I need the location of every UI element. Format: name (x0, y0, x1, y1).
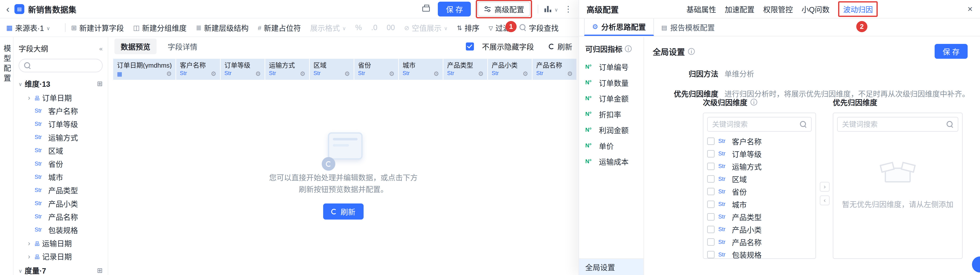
priority-search-input[interactable] (842, 121, 943, 129)
checkbox[interactable] (707, 150, 714, 157)
add-field-icon[interactable] (97, 80, 103, 87)
metric-item[interactable]: N° 订单数量 (579, 75, 643, 91)
gear-icon[interactable] (433, 70, 439, 77)
dimension-group-row[interactable]: 维度·13 (19, 76, 103, 91)
field-tree-item[interactable]: Str 产品小类 (19, 197, 103, 210)
tab-basic-properties[interactable]: 基础属性 (686, 4, 716, 14)
info-icon[interactable] (751, 99, 757, 105)
dimension-option[interactable]: Str 客户名称 (707, 135, 812, 148)
gear-icon[interactable] (211, 70, 216, 77)
table-column-header[interactable]: 区域 Str (310, 59, 354, 80)
refresh-button-top[interactable]: 刷新 (549, 41, 572, 52)
table-column-header[interactable]: 客户名称 Str (176, 59, 221, 80)
field-tree-item[interactable]: Str 区域 (19, 144, 103, 157)
field-tree-item[interactable]: Str 产品类型 (19, 183, 103, 197)
dimension-option[interactable]: Str 包装规格 (707, 248, 812, 259)
metric-item[interactable]: N° 订单金额 (579, 91, 643, 107)
dialog-save-button[interactable]: 保 存 (935, 44, 967, 59)
field-search-box[interactable] (19, 59, 103, 72)
checkbox[interactable] (707, 213, 714, 221)
new-calc-field-button[interactable]: 新建计算字段 (71, 22, 124, 33)
secondary-search-box[interactable] (707, 117, 812, 132)
field-tree-item[interactable]: Str 产品名称 (19, 210, 103, 223)
close-icon[interactable]: × (967, 4, 972, 14)
table-column-header[interactable]: 产品小类 Str (488, 59, 533, 80)
checkbox[interactable] (707, 226, 714, 233)
subtab-analysis-config[interactable]: 分析思路配置 (584, 19, 654, 36)
expand-icon[interactable] (26, 253, 32, 260)
table-column-header[interactable]: 订单日期(ymdhms) (113, 59, 176, 80)
more-menu-icon[interactable] (564, 5, 572, 13)
checkbox[interactable] (707, 175, 714, 183)
source-table-dropdown[interactable]: 来源表·1 (6, 22, 50, 33)
checkbox[interactable] (707, 251, 714, 258)
global-settings-item[interactable]: 全局设置 (579, 258, 643, 275)
checkbox[interactable] (707, 200, 714, 208)
metric-item[interactable]: N° 运输成本 (579, 154, 643, 170)
dimension-option[interactable]: Str 订单等级 (707, 148, 812, 160)
tab-xiaoq-query[interactable]: 小Q问数 (802, 4, 829, 14)
field-tree-item[interactable]: Str 运输方式 (19, 131, 103, 144)
move-left-button[interactable]: ‹ (820, 196, 830, 205)
collapse-panel-icon[interactable] (99, 45, 103, 52)
metric-item[interactable]: N° 折扣率 (579, 107, 643, 122)
gear-icon[interactable] (567, 70, 573, 77)
measure-group-row[interactable]: 度量·7 (19, 263, 103, 275)
display-format-dropdown[interactable]: 展示格式 (310, 22, 346, 33)
dimension-option[interactable]: Str 产品名称 (707, 236, 812, 248)
expand-icon[interactable] (26, 94, 32, 101)
add-field-icon[interactable] (97, 267, 103, 274)
decrease-decimal-button[interactable]: .0 (371, 23, 377, 32)
dimension-option[interactable]: Str 省份 (707, 185, 812, 198)
expand-icon[interactable] (26, 239, 32, 247)
checkbox[interactable] (707, 238, 714, 246)
new-placeholder-button[interactable]: 新建占位符 (258, 22, 301, 33)
new-group-dimension-button[interactable]: 新建分组维度 (133, 22, 186, 33)
table-column-header[interactable]: 运输方式 Str (265, 59, 310, 80)
hide-hidden-fields-checkbox[interactable] (466, 43, 474, 51)
gear-icon[interactable] (255, 70, 261, 77)
field-tree-item[interactable]: Str 省份 (19, 157, 103, 170)
back-icon[interactable] (6, 4, 10, 14)
dimension-option[interactable]: Str 区域 (707, 173, 812, 185)
checkbox[interactable] (707, 163, 714, 170)
subtab-report-template[interactable]: 报告模板配置 (654, 19, 722, 36)
dimension-option[interactable]: Str 产品小类 (707, 223, 812, 235)
field-search-input[interactable] (34, 62, 97, 70)
tab-fluctuation-attribution[interactable]: 波动归因 (843, 4, 873, 14)
gear-icon[interactable] (478, 70, 484, 77)
info-icon[interactable] (625, 45, 632, 52)
null-display-dropdown[interactable]: 空值展示 (404, 22, 448, 33)
gear-icon[interactable] (166, 70, 172, 77)
tab-field-detail[interactable]: 字段详情 (161, 38, 204, 54)
table-column-header[interactable]: 城市 Str (399, 59, 443, 80)
field-tree-item[interactable]: 订单日期 (19, 91, 103, 104)
field-search-button[interactable]: 字段查找 (520, 22, 558, 33)
metric-item[interactable]: N° 利润金额 (579, 122, 643, 138)
table-column-header[interactable]: 产品名称 Str (533, 59, 577, 80)
tab-permission-control[interactable]: 权限管控 (763, 4, 793, 14)
gear-icon[interactable] (300, 70, 305, 77)
tab-acceleration-config[interactable]: 加速配置 (725, 4, 754, 14)
field-tree-item[interactable]: Str 城市 (19, 170, 103, 183)
dimension-option[interactable]: Str 运输方式 (707, 160, 812, 173)
priority-search-box[interactable] (837, 117, 958, 132)
new-hierarchy-button[interactable]: 新建层级结构 (196, 22, 249, 33)
field-tree-item[interactable]: Str 包装规格 (19, 223, 103, 237)
dimension-option[interactable]: Str 产品类型 (707, 210, 812, 223)
secondary-search-input[interactable] (712, 121, 797, 129)
chart-type-button[interactable] (544, 5, 558, 13)
advanced-config-button[interactable]: 高级配置 (477, 2, 530, 16)
info-icon[interactable] (688, 48, 695, 55)
tab-data-preview[interactable]: 数据预览 (115, 38, 156, 54)
table-column-header[interactable]: 订单等级 Str (221, 59, 265, 80)
metric-item[interactable]: N° 单价 (579, 138, 643, 154)
refresh-button-main[interactable]: 刷新 (323, 203, 363, 219)
checkbox[interactable] (707, 188, 714, 195)
metric-item[interactable]: N° 订单编号 (579, 59, 643, 75)
field-tree-item[interactable]: 运输日期 (19, 237, 103, 250)
increase-decimal-button[interactable]: 00 (387, 23, 395, 32)
sort-button[interactable]: 排序 (457, 22, 479, 33)
gear-icon[interactable] (344, 70, 350, 77)
print-icon[interactable] (422, 6, 430, 11)
